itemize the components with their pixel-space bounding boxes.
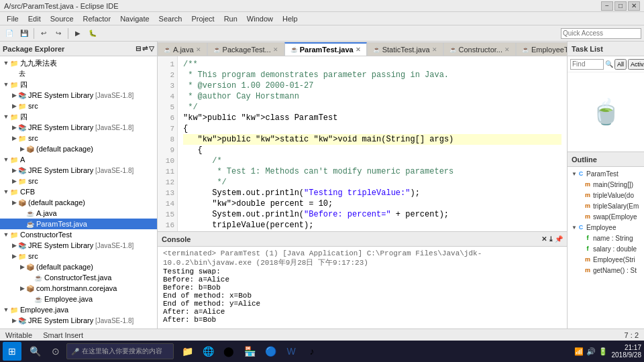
tree-item[interactable]: ▶📁src: [0, 326, 157, 328]
taskbar-eclipse[interactable]: 🔵: [261, 342, 280, 361]
taskbar-explorer[interactable]: 📁: [178, 342, 197, 361]
tree-item[interactable]: ▼📁四: [0, 111, 157, 122]
toolbar-redo[interactable]: ↪: [52, 27, 65, 40]
outline-expand-arrow[interactable]: ▼: [572, 171, 577, 177]
tree-expand-arrow[interactable]: ▶: [11, 124, 17, 131]
pe-icon-collapse[interactable]: ⊟: [136, 45, 141, 52]
menu-item-navigate[interactable]: Navigate: [116, 13, 153, 24]
menu-item-file[interactable]: File: [3, 13, 23, 24]
tree-expand-arrow[interactable]: ▶: [11, 242, 17, 249]
tree-item[interactable]: ▼📁Employee.java: [0, 304, 157, 315]
outline-item[interactable]: mmain(String[]): [568, 179, 644, 190]
maximize-button[interactable]: □: [614, 1, 627, 11]
toolbar-save[interactable]: 💾: [17, 27, 31, 40]
outline-item[interactable]: mswap(Employe: [568, 211, 644, 222]
tree-expand-arrow[interactable]: ▶: [11, 135, 17, 141]
window-controls[interactable]: − □ ✕: [601, 1, 640, 11]
tree-expand-arrow[interactable]: ▶: [11, 253, 17, 259]
tree-expand-arrow[interactable]: ▼: [3, 188, 9, 195]
tree-expand-arrow[interactable]: ▶: [11, 199, 17, 206]
tree-item[interactable]: ▶📁src: [0, 133, 157, 143]
menu-item-run[interactable]: Run: [220, 13, 241, 24]
tree-expand-arrow[interactable]: ▶: [11, 178, 17, 184]
search-icon[interactable]: 🔍: [605, 60, 613, 68]
menu-item-help[interactable]: Help: [278, 13, 302, 24]
tree-item[interactable]: ▶📁src: [0, 101, 157, 111]
pe-icon-menu[interactable]: ▽: [149, 45, 154, 52]
editor-tab-employeetest---[interactable]: ☕EmployeeTest...✕: [516, 42, 567, 56]
menu-item-edit[interactable]: Edit: [24, 13, 45, 24]
tree-expand-arrow[interactable]: ▶: [11, 103, 17, 109]
taskbar-search-bar[interactable]: 🎤 在这里输入你要搜索的内容: [66, 343, 174, 359]
editor-tab-paramtest-java[interactable]: ☕ParamTest.java✕: [284, 42, 367, 56]
battery-icon[interactable]: 🔋: [598, 347, 608, 356]
outline-item[interactable]: mEmployee(Stri: [568, 254, 644, 265]
editor-tab-packagetest---[interactable]: ☕PackageTest...✕: [207, 42, 284, 56]
task-find-input[interactable]: [570, 59, 604, 70]
taskbar-edge[interactable]: 🌐: [199, 342, 217, 361]
tree-item[interactable]: ▶📦(default package): [0, 261, 157, 272]
tree-expand-arrow[interactable]: ▶: [11, 317, 17, 324]
editor-tab-statictest-java[interactable]: ☕StaticTest.java✕: [367, 42, 443, 56]
tree-expand-arrow[interactable]: ▶: [11, 92, 17, 99]
outline-item[interactable]: mtripleSalary(Em: [568, 200, 644, 211]
minimize-button[interactable]: −: [601, 1, 613, 11]
tree-expand-arrow[interactable]: ▼: [3, 231, 9, 238]
taskbar-music[interactable]: ♪: [303, 342, 321, 361]
tree-item[interactable]: ▶📦(default package): [0, 143, 157, 154]
tree-item[interactable]: ▼📁CFB: [0, 186, 157, 197]
start-button[interactable]: ⊞: [3, 342, 21, 361]
tree-item[interactable]: ☕ConstructorTest.java: [0, 272, 157, 283]
tree-expand-arrow[interactable]: ▼: [3, 81, 9, 88]
outline-item[interactable]: fname : String: [568, 233, 644, 243]
task-active-button[interactable]: Activ...: [628, 59, 644, 70]
toolbar-debug[interactable]: 🐛: [86, 27, 99, 40]
tree-item[interactable]: ☕ParamTest.java: [0, 219, 157, 229]
tree-item[interactable]: ▼📁四: [0, 79, 157, 90]
taskbar-cortana[interactable]: ⊙: [46, 342, 65, 361]
tree-item[interactable]: 去: [0, 68, 157, 79]
tree-item[interactable]: ▶📦(default package): [0, 197, 157, 208]
outline-item[interactable]: ▼CEmployee: [568, 222, 644, 233]
outline-item[interactable]: mtripleValue(do: [568, 190, 644, 200]
pe-icon-link[interactable]: ⇌: [142, 45, 148, 52]
console-scroll-icon[interactable]: ⤓: [548, 235, 553, 243]
tree-item[interactable]: ▶📚JRE System Library [JavaSE-1.8]: [0, 240, 157, 251]
tree-item[interactable]: ▼📁A: [0, 154, 157, 165]
tree-expand-arrow[interactable]: ▼: [3, 306, 9, 313]
outline-item[interactable]: fsalary : double: [568, 243, 644, 254]
taskbar-search-icon[interactable]: 🔍: [25, 342, 44, 361]
quick-access-input[interactable]: [561, 28, 641, 39]
tree-item[interactable]: ▶📚JRE System Library [JavaSE-1.8]: [0, 315, 157, 326]
tree-expand-arrow[interactable]: ▶: [11, 167, 17, 174]
close-button[interactable]: ✕: [628, 1, 640, 11]
menu-item-source[interactable]: Source: [46, 13, 78, 24]
tree-item[interactable]: ▶📦com.horstmann.corejava: [0, 283, 157, 294]
tab-close-icon[interactable]: ✕: [356, 46, 361, 53]
tree-item[interactable]: ☕A.java: [0, 208, 157, 219]
toolbar-new[interactable]: 📄: [3, 27, 16, 40]
outline-item[interactable]: mgetName() : St: [568, 265, 644, 276]
network-icon[interactable]: 📶: [574, 347, 584, 356]
outline-item[interactable]: ▼CParamTest: [568, 168, 644, 179]
tree-item[interactable]: ▶📁src: [0, 251, 157, 261]
menu-item-project[interactable]: Project: [187, 13, 218, 24]
tree-expand-arrow[interactable]: ▼: [3, 113, 9, 120]
tab-close-icon[interactable]: ✕: [196, 46, 201, 53]
editor-tab-constructor---[interactable]: ☕Constructor...✕: [443, 42, 516, 56]
menu-item-search[interactable]: Search: [155, 13, 186, 24]
tab-close-icon[interactable]: ✕: [273, 46, 278, 53]
tree-item[interactable]: ▶📁src: [0, 176, 157, 186]
tree-expand-arrow[interactable]: ▶: [19, 263, 25, 270]
tab-close-icon[interactable]: ✕: [432, 46, 437, 53]
code-editor[interactable]: 1234567891011121314151617181920212223 /*…: [158, 56, 567, 231]
tree-item[interactable]: ▼📁ConstructorTest: [0, 229, 157, 240]
taskbar-word[interactable]: W: [282, 342, 301, 361]
task-all-button[interactable]: All: [614, 59, 627, 70]
tree-expand-arrow[interactable]: ▶: [19, 145, 25, 152]
code-content[interactable]: /** * This program demonstrates paramete…: [178, 56, 567, 231]
toolbar-run[interactable]: ▶: [71, 27, 85, 40]
tree-item[interactable]: ▶📚JRE System Library [JavaSE-1.8]: [0, 122, 157, 133]
volume-icon[interactable]: 🔊: [586, 347, 596, 356]
outline-expand-arrow[interactable]: ▼: [572, 225, 577, 231]
